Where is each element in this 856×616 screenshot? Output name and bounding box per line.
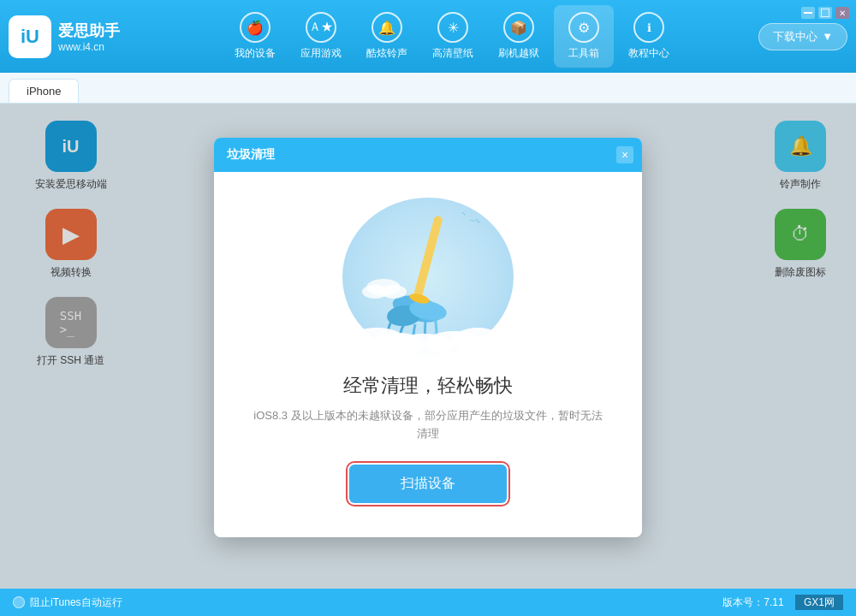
nav-ringtones[interactable]: 🔔 酷炫铃声 [356,5,418,68]
apps-icon: Ａ★ [306,12,336,43]
dialog-overlay: 垃圾清理 × ~∿ ∿ [0,104,856,589]
tutorials-icon: ℹ [633,12,664,43]
logo-text: 爱思助手 www.i4.cn [58,21,120,53]
nav-my-device[interactable]: 🍎 我的设备 [224,5,286,68]
nav-toolbox[interactable]: ⚙ 工具箱 [554,5,614,68]
toolbox-icon: ⚙ [568,12,599,43]
dialog-body: ~∿ ∿ [214,172,642,537]
header: iU 爱思助手 www.i4.cn 🍎 我的设备 Ａ★ 应用游戏 🔔 酷炫铃声 … [0,0,856,73]
dialog-close-button[interactable]: × [616,146,633,163]
logo-icon: iU [9,15,51,58]
app-url: www.i4.cn [58,41,120,53]
dialog-subtitle: iOS8.3 及以上版本的未越狱设备，部分应用产生的垃圾文件，暂时无法清理 [248,407,608,443]
nav-apps-label: 应用游戏 [300,46,342,61]
nav-wallpapers[interactable]: ✳ 高清壁纸 [422,5,484,68]
status-bar: 阻止iTunes自动运行 版本号：7.11 GX1网 [0,589,856,616]
dialog-header: 垃圾清理 × [214,138,642,172]
close-window-button[interactable]: ✕ [835,7,849,19]
main-content: iU 安装爱思移动端 ▶ 视频转换 SSH>_ 打开 SSH 通道 🔔 铃声制作… [0,104,856,589]
nav-jailbreak[interactable]: 📦 刷机越狱 [488,5,550,68]
svg-rect-0 [804,12,812,14]
nav-wallpapers-label: 高清壁纸 [432,46,473,61]
svg-point-16 [381,285,407,299]
broom-svg [342,198,514,356]
nav-jailbreak-label: 刷机越狱 [498,46,539,61]
status-text: 阻止iTunes自动运行 [30,595,122,610]
jailbreak-icon: 📦 [503,12,534,43]
dialog-title: 垃圾清理 [227,147,275,163]
broom-illustration: ~∿ ∿ [342,198,514,356]
maximize-button[interactable] [818,7,832,19]
download-button[interactable]: 下载中心 ▼ [758,23,847,50]
version-text: 版本号：7.11 GX1网 [722,595,843,610]
watermark-text: GX1网 [795,595,843,610]
status-left: 阻止iTunes自动运行 [13,595,122,610]
dialog-heading: 经常清理，轻松畅快 [343,373,513,399]
svg-rect-2 [413,216,443,300]
logo-area: iU 爱思助手 www.i4.cn [9,15,146,58]
nav-ringtones-label: 酷炫铃声 [366,46,407,61]
app-name: 爱思助手 [58,21,120,41]
window-controls: ✕ [801,7,849,19]
nav-toolbox-label: 工具箱 [568,46,599,61]
nav-tutorials-label: 教程中心 [628,46,669,61]
my-device-icon: 🍎 [240,12,270,43]
garbage-clean-dialog: 垃圾清理 × ~∿ ∿ [214,138,642,537]
svg-rect-1 [821,9,829,17]
minimize-button[interactable] [801,7,815,19]
nav-my-device-label: 我的设备 [235,46,276,61]
status-indicator [13,596,25,608]
nav-tutorials[interactable]: ℹ 教程中心 [618,5,680,68]
ringtones-icon: 🔔 [372,12,402,43]
device-tab[interactable]: iPhone [9,79,79,103]
wallpapers-icon: ✳ [437,12,468,43]
scan-device-button[interactable]: 扫描设备 [349,465,507,503]
tab-bar: iPhone [0,73,856,104]
header-right: 下载中心 ▼ [758,23,847,50]
nav-apps-games[interactable]: Ａ★ 应用游戏 [290,5,352,68]
nav-items: 🍎 我的设备 Ａ★ 应用游戏 🔔 酷炫铃声 ✳ 高清壁纸 📦 刷机越狱 ⚙ 工具… [146,5,758,68]
